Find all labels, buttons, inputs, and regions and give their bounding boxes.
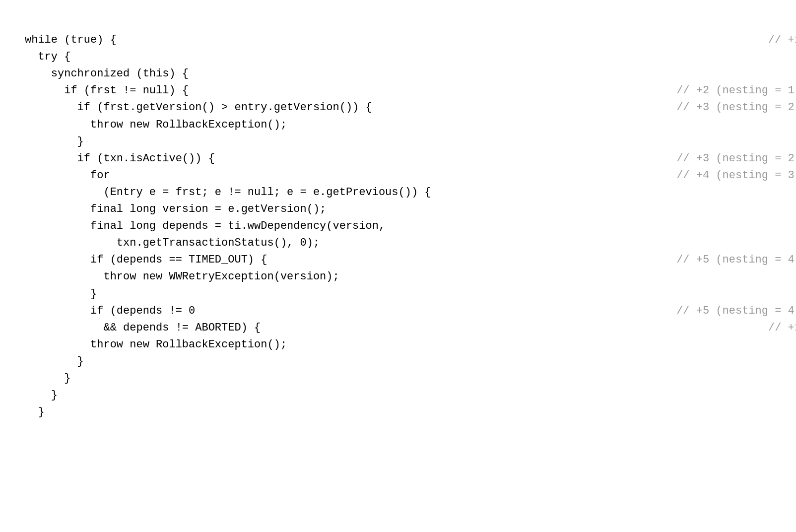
code-line: } (25, 353, 796, 370)
code-text: } (25, 353, 84, 370)
code-text: try { (25, 49, 70, 66)
code-line: if (frst.getVersion() > entry.getVersion… (25, 99, 796, 116)
code-text: final long version = e.getVersion(); (25, 201, 326, 218)
code-line: } (25, 370, 796, 387)
code-line: } (25, 404, 796, 421)
code-comment: // +1 (768, 320, 796, 336)
code-text: && depends != ABORTED) { (25, 320, 261, 336)
code-text: (Entry e = frst; e != null; e = e.getPre… (25, 184, 431, 201)
code-text: } (25, 133, 84, 150)
code-line: throw new RollbackException(); (25, 336, 796, 353)
code-text: } (25, 387, 58, 404)
code-text: } (25, 286, 97, 303)
code-line: txn.getTransactionStatus(), 0); (25, 235, 796, 252)
code-line: try { (25, 49, 796, 66)
code-text: throw new WWRetryException(version); (25, 268, 339, 285)
code-text: final long depends = ti.wwDependency(ver… (25, 218, 385, 235)
code-text: synchronized (this) { (25, 66, 189, 82)
code-comment: // +2 (nesting = 1) (676, 82, 796, 99)
code-text: if (depends != 0 (25, 303, 195, 320)
code-line: if (frst != null) {// +2 (nesting = 1) (25, 82, 796, 99)
code-line: for// +4 (nesting = 3) (25, 167, 796, 184)
code-text: throw new RollbackException(); (25, 336, 287, 353)
code-comment: // +1 (768, 32, 796, 49)
code-comment: // +3 (nesting = 2) (676, 150, 796, 167)
code-line: } (25, 286, 796, 303)
code-line: } (25, 133, 796, 150)
code-text: if (txn.isActive()) { (25, 150, 215, 167)
code-line: throw new RollbackException(); (25, 117, 796, 133)
code-line: final long depends = ti.wwDependency(ver… (25, 218, 796, 235)
code-text: } (25, 404, 45, 421)
code-line: throw new WWRetryException(version); (25, 268, 796, 285)
code-text: if (frst != null) { (25, 82, 189, 99)
code-line: while (true) {// +1 (25, 32, 796, 49)
code-text: throw new RollbackException(); (25, 117, 287, 133)
code-text: while (true) { (25, 32, 117, 49)
code-comment: // +5 (nesting = 4) (676, 252, 796, 268)
code-text: txn.getTransactionStatus(), 0); (25, 235, 320, 252)
code-comment: // +4 (nesting = 3) (676, 167, 796, 184)
code-line: (Entry e = frst; e != null; e = e.getPre… (25, 184, 796, 201)
code-line: if (depends == TIMED_OUT) {// +5 (nestin… (25, 252, 796, 268)
code-line: synchronized (this) { (25, 66, 796, 82)
code-line: if (txn.isActive()) {// +3 (nesting = 2) (25, 150, 796, 167)
code-text: if (frst.getVersion() > entry.getVersion… (25, 99, 372, 116)
code-text: if (depends == TIMED_OUT) { (25, 252, 267, 268)
code-line: if (depends != 0// +5 (nesting = 4) (25, 303, 796, 320)
code-text: } (25, 370, 70, 387)
code-comment: // +5 (nesting = 4) (676, 303, 796, 320)
code-block: while (true) {// +1 try { synchronized (… (15, 10, 796, 532)
code-line: final long version = e.getVersion(); (25, 201, 796, 218)
code-line: } (25, 387, 796, 404)
code-line: && depends != ABORTED) {// +1 (25, 320, 796, 336)
code-comment: // +3 (nesting = 2) (676, 99, 796, 116)
code-text: for (25, 167, 110, 184)
